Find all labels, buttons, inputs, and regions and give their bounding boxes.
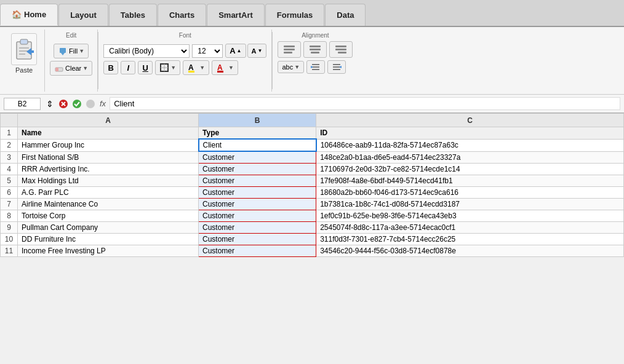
- svg-marker-20: [311, 66, 313, 68]
- svg-point-28: [73, 100, 81, 108]
- confirm-formula-button[interactable]: [71, 98, 82, 109]
- row-number: 9: [1, 222, 18, 234]
- cell-a-9[interactable]: Pullman Cart Company: [18, 222, 199, 234]
- table-row: 9Pullman Cart CompanyCustomer2545074f-8d…: [1, 222, 624, 234]
- tab-smartart[interactable]: SmartArt: [207, 4, 265, 26]
- cell-a-4[interactable]: RRR Advertising Inc.: [18, 164, 199, 175]
- clear-chevron: ▼: [82, 65, 88, 71]
- increase-font-button[interactable]: A▲: [225, 44, 246, 58]
- alignment-buttons: abc ▼: [278, 41, 353, 74]
- row-number: 7: [1, 199, 18, 210]
- cell-a-3[interactable]: First National S/B: [18, 151, 199, 164]
- font-family-select[interactable]: Calibri (Body): [103, 44, 190, 58]
- highlight-button[interactable]: A ▼: [183, 60, 209, 75]
- table-row: 11Income Free Investing LPCustomer34546c…: [1, 245, 624, 257]
- cell-c-7[interactable]: 1b7381ca-1b8c-74c1-d08d-5714ecdd3187: [316, 199, 624, 210]
- cell-c-6[interactable]: 18680a2b-bb60-f046-d173-5714ec9ca616: [316, 187, 624, 199]
- cell-b-4[interactable]: Customer: [199, 164, 316, 175]
- cell-c-1[interactable]: ID: [316, 127, 624, 140]
- indent-right-button[interactable]: [327, 60, 346, 74]
- border-button[interactable]: ▼: [155, 60, 180, 75]
- cell-b-2[interactable]: Client: [199, 139, 316, 151]
- cell-c-5[interactable]: 17fe908f-4a8e-6bdf-b449-5714ecd41fb1: [316, 175, 624, 187]
- sort-arrows-icon[interactable]: ⇕: [44, 98, 55, 109]
- cell-b-5[interactable]: Customer: [199, 175, 316, 187]
- text-wrap-button[interactable]: abc ▼: [278, 61, 304, 73]
- sheet-table: A B C 1NameTypeID2Hammer Group IncClient…: [0, 113, 624, 257]
- align-center-box[interactable]: [303, 41, 327, 58]
- cell-a-2[interactable]: Hammer Group Inc: [18, 139, 199, 151]
- svg-rect-1: [20, 39, 28, 44]
- font-color-chevron: ▼: [228, 65, 234, 71]
- italic-button[interactable]: I: [121, 61, 135, 74]
- cell-b-8[interactable]: Customer: [199, 210, 316, 222]
- cell-b-3[interactable]: Customer: [199, 151, 316, 164]
- tab-home-label: Home: [24, 10, 46, 19]
- font-size-select[interactable]: 12: [192, 44, 223, 58]
- align-left-box1[interactable]: [278, 41, 301, 58]
- cell-a-10[interactable]: DD Furniture Inc: [18, 234, 199, 245]
- tab-layout-label: Layout: [70, 10, 97, 20]
- corner-header: [1, 114, 18, 127]
- cell-a-8[interactable]: Tortoise Corp: [18, 210, 199, 222]
- fill-label: Fill: [69, 47, 78, 55]
- edit-fill-row: Fill ▼: [54, 44, 89, 58]
- border-chevron: ▼: [170, 65, 176, 71]
- paste-button[interactable]: [11, 33, 37, 65]
- alignment-group-label: Alignment: [278, 32, 353, 39]
- formula-options-button[interactable]: [85, 98, 96, 109]
- cell-b-9[interactable]: Customer: [199, 222, 316, 234]
- decrease-font-button[interactable]: A▼: [247, 44, 267, 58]
- cell-c-8[interactable]: 1ef0c91b-625e-be98-3f6e-5714eca43eb3: [316, 210, 624, 222]
- tab-tables-label: Tables: [121, 10, 145, 20]
- cell-c-9[interactable]: 2545074f-8d8c-117a-a3ee-5714ecac0cf1: [316, 222, 624, 234]
- column-header-c[interactable]: C: [316, 114, 624, 127]
- cell-b-1[interactable]: Type: [199, 127, 316, 140]
- svg-marker-24: [339, 66, 342, 68]
- cancel-formula-button[interactable]: [58, 98, 69, 109]
- edit-clear-row: Clear ▼: [50, 61, 92, 76]
- tab-charts[interactable]: Charts: [158, 4, 206, 26]
- cell-b-7[interactable]: Customer: [199, 199, 316, 210]
- fill-button[interactable]: Fill ▼: [54, 44, 89, 58]
- underline-button[interactable]: U: [138, 61, 153, 74]
- tab-formulas[interactable]: Formulas: [265, 4, 325, 26]
- svg-rect-6: [60, 48, 66, 53]
- cell-c-2[interactable]: 106486ce-aab9-11da-82fa-5714ec87a63c: [316, 139, 624, 151]
- cell-a-1[interactable]: Name: [18, 127, 199, 140]
- row-number: 2: [1, 139, 18, 151]
- clear-button[interactable]: Clear ▼: [50, 61, 92, 76]
- cell-c-11[interactable]: 34546c20-9444-f56c-03d8-5714ecf0878e: [316, 245, 624, 257]
- column-header-b[interactable]: B: [199, 114, 316, 127]
- cell-b-6[interactable]: Customer: [199, 187, 316, 199]
- cell-b-11[interactable]: Customer: [199, 245, 316, 257]
- tab-data[interactable]: Data: [325, 4, 366, 26]
- home-icon: 🏠: [12, 10, 22, 19]
- highlight-chevron: ▼: [199, 65, 205, 71]
- svg-point-29: [86, 100, 95, 108]
- svg-text:A: A: [188, 63, 194, 72]
- align-right-box[interactable]: [329, 41, 353, 58]
- cell-a-7[interactable]: Airline Maintenance Co: [18, 199, 199, 210]
- align-row2: abc ▼: [278, 60, 353, 74]
- font-group: Font Calibri (Body) 12 A▲ A▼ B I U: [98, 30, 272, 92]
- cell-c-10[interactable]: 311f0d3f-7301-e827-7cb4-5714ecc26c25: [316, 234, 624, 245]
- bold-button[interactable]: B: [103, 61, 118, 74]
- formula-input[interactable]: [110, 97, 620, 110]
- cell-a-11[interactable]: Income Free Investing LP: [18, 245, 199, 257]
- font-color-button[interactable]: A ▼: [212, 60, 238, 75]
- cell-a-5[interactable]: Max Holdings Ltd: [18, 175, 199, 187]
- cell-c-4[interactable]: 1710697d-2e0d-32b7-ce82-5714ecde1c14: [316, 164, 624, 175]
- tab-home[interactable]: 🏠 Home: [0, 4, 58, 26]
- indent-left-button[interactable]: [306, 60, 325, 74]
- tab-layout[interactable]: Layout: [58, 4, 108, 26]
- row-number: 6: [1, 187, 18, 199]
- cell-reference-input[interactable]: [4, 98, 41, 110]
- paste-group: Paste: [4, 30, 45, 92]
- cell-c-3[interactable]: 148ce2a0-b1aa-d6e5-ead4-5714ec23327a: [316, 151, 624, 164]
- column-header-a[interactable]: A: [18, 114, 199, 127]
- cell-b-10[interactable]: Customer: [199, 234, 316, 245]
- tab-tables[interactable]: Tables: [109, 4, 157, 26]
- table-row: 4RRR Advertising Inc.Customer1710697d-2e…: [1, 164, 624, 175]
- cell-a-6[interactable]: A.G. Parr PLC: [18, 187, 199, 199]
